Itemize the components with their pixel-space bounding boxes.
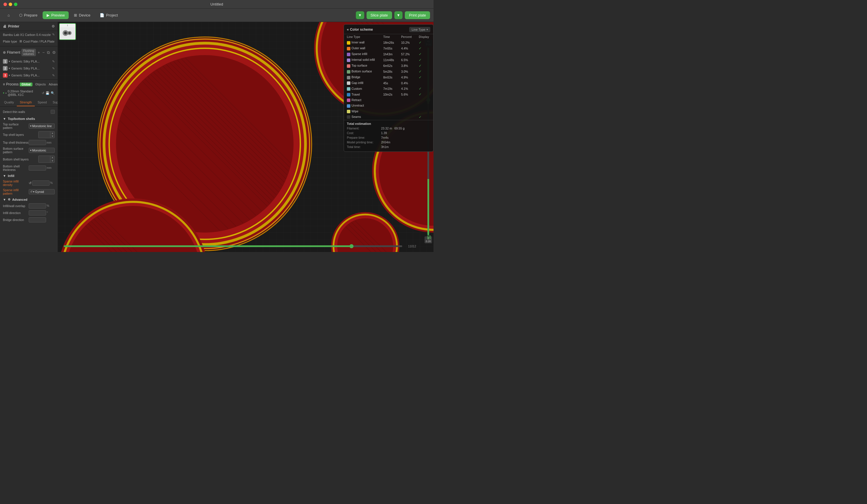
color-row-display-11[interactable] (416, 103, 433, 108)
top-shell-thickness-input[interactable]: 0.6 (29, 140, 46, 145)
spinbox-down[interactable]: ▼ (51, 135, 54, 138)
slice-plate-button[interactable]: Slice plate (366, 11, 392, 19)
filament-name-2[interactable]: Generic Silky PLA... (11, 67, 40, 70)
close-button[interactable] (3, 3, 7, 6)
display-check[interactable]: ✓ (419, 58, 421, 62)
device-button[interactable]: ⊞ Device (70, 11, 95, 19)
display-check[interactable]: ✓ (419, 69, 421, 74)
col-percent: Percent (398, 34, 416, 40)
print-plate-arrow[interactable]: ▼ (394, 11, 403, 19)
display-check[interactable]: ✓ (419, 115, 421, 119)
display-check[interactable]: ✓ (419, 52, 421, 56)
shells-collapse-icon[interactable]: ▼ (3, 117, 6, 120)
thumbnail-strip: 1 (59, 23, 76, 40)
printer-settings-icon[interactable]: ⚙ (52, 24, 55, 29)
bridge-direction-input[interactable]: 0 (29, 217, 46, 222)
tab-strength[interactable]: Strength (17, 99, 35, 106)
advanced-collapse-icon[interactable]: ▼ (3, 198, 6, 201)
filament-edit-icon-1[interactable]: ✎ (52, 60, 55, 64)
spinbox-down-2[interactable]: ▼ (51, 159, 54, 163)
spinbox-up[interactable]: ▲ (51, 132, 54, 135)
home-button[interactable]: ⌂ (3, 11, 14, 19)
preset-search-icon[interactable]: 🔍 (51, 91, 55, 95)
remove-filament-button[interactable]: − (42, 50, 45, 55)
color-row-display-4[interactable]: ✓ (416, 63, 433, 69)
slider-thumb[interactable] (350, 244, 354, 248)
display-check[interactable]: ✓ (419, 41, 421, 45)
collapse-icon[interactable]: « (347, 28, 349, 32)
preset-reset-icon[interactable]: ↺ (42, 91, 44, 95)
prepare-button[interactable]: ⬡ Prepare (15, 11, 41, 19)
printer-name-row: Bambu Lab X1 Carbon 0.4 nozzle ✎ (0, 31, 58, 38)
viewport[interactable]: « Color scheme Line Type ▾ Line Type Tim… (58, 22, 434, 252)
advanced-toggle[interactable]: Advanced (49, 82, 58, 87)
printer-edit-icon[interactable]: ✎ (52, 33, 55, 36)
layers-button[interactable]: ⊞ (427, 234, 431, 240)
preset-save-icon[interactable]: 💾 (45, 91, 50, 95)
color-table-row: Seams✓ (344, 114, 433, 120)
infill-direction-input[interactable]: 45 (29, 210, 46, 216)
filament-name-1[interactable]: Generic Silky PLA... (11, 60, 40, 63)
sparse-infill-density-label[interactable]: Sparse infill density (3, 179, 29, 187)
thumbnail-1[interactable]: 1 (59, 23, 76, 40)
spinbox-up-2[interactable]: ▲ (51, 156, 54, 159)
color-row-display-7[interactable] (416, 80, 433, 86)
color-panel-dropdown[interactable]: Line Type ▾ (409, 27, 430, 32)
filament-edit-icon-3[interactable]: ✎ (52, 74, 55, 77)
detect-thin-walls-checkbox[interactable] (51, 110, 55, 114)
display-check[interactable]: ✓ (419, 75, 421, 79)
color-row-name-11: Unretract (344, 103, 380, 108)
filament-copy-icon[interactable]: ⧉ (46, 50, 51, 55)
display-check[interactable]: ✓ (419, 87, 421, 91)
preset-name[interactable]: 0.20mm Standard @BBL X1C (8, 89, 40, 97)
print-plate-button[interactable]: Print plate (405, 11, 430, 19)
filament-item-2: 2 ▾ Generic Silky PLA... ✎ (0, 65, 58, 72)
minimize-button[interactable] (9, 3, 12, 6)
sparse-infill-pattern-label[interactable]: Sparse infill pattern (3, 188, 29, 195)
color-row-display-12[interactable] (416, 109, 433, 114)
tab-quality[interactable]: Quality (1, 99, 17, 106)
filament-settings-icon[interactable]: ⚙ (52, 50, 56, 55)
color-row-display-8[interactable]: ✓ (416, 86, 433, 91)
bottom-shell-layers-input[interactable]: 3 (39, 157, 50, 162)
color-row-display-10[interactable] (416, 97, 433, 103)
slider-track[interactable] (64, 245, 402, 247)
flushing-volumes-badge[interactable]: Flushing volumes (21, 49, 36, 56)
color-row-display-13[interactable]: ✓ (416, 114, 433, 120)
infill-collapse-icon[interactable]: ▼ (3, 174, 6, 177)
maximize-button[interactable] (14, 3, 18, 6)
sparse-infill-pattern-dropdown[interactable]: ↺ ▾ Gyroid (29, 189, 55, 194)
tab-speed[interactable]: Speed (35, 99, 50, 106)
color-row-display-5[interactable]: ✓ (416, 69, 433, 75)
top-shell-layers-spinbox[interactable]: 3 ▲ ▼ (38, 131, 55, 138)
color-row-display-9[interactable]: ✓ (416, 91, 433, 97)
global-tag[interactable]: Global (20, 83, 32, 86)
color-table-row: Retract (344, 97, 433, 103)
tab-support[interactable]: Support (50, 99, 58, 106)
display-check[interactable]: ✓ (419, 64, 421, 68)
bottom-surface-pattern-dropdown[interactable]: ▾ Monotonic (29, 148, 55, 153)
project-button[interactable]: 📄 Project (96, 11, 122, 19)
infill-wall-overlap-input[interactable]: 15 (29, 203, 46, 209)
objects-tag[interactable]: Objects (34, 83, 48, 86)
bottom-shell-layers-spinbox[interactable]: 3 ▲ ▼ (38, 155, 55, 163)
display-check[interactable]: ✓ (419, 46, 421, 51)
slice-plate-arrow[interactable]: ▼ (356, 11, 364, 19)
filament-edit-icon-2[interactable]: ✎ (52, 67, 55, 70)
color-row-display-2[interactable]: ✓ (416, 51, 433, 57)
filament-name-3[interactable]: Generic Silky PLA... (11, 74, 40, 77)
display-check[interactable]: ✓ (419, 92, 421, 97)
plate-type-value[interactable]: Cool Plate / PLA Plate (23, 40, 54, 43)
preview-button[interactable]: ▶ Preview (43, 11, 69, 19)
color-row-display-0[interactable]: ✓ (416, 40, 433, 45)
color-row-display-6[interactable]: ✓ (416, 75, 433, 80)
add-filament-button[interactable]: + (37, 50, 41, 55)
bottom-shell-thickness-input[interactable]: 0 (29, 165, 46, 171)
top-shell-layers-input[interactable]: 3 (39, 132, 50, 137)
color-row-display-1[interactable]: ✓ (416, 45, 433, 51)
preset-dot2: • (6, 91, 7, 95)
sparse-infill-density-input[interactable]: 50 (32, 180, 50, 186)
top-surface-pattern-dropdown[interactable]: ▾ Monotonic line (29, 123, 55, 129)
color-row-display-3[interactable]: ✓ (416, 57, 433, 63)
bottom-slider[interactable]: 11012 (64, 243, 416, 249)
